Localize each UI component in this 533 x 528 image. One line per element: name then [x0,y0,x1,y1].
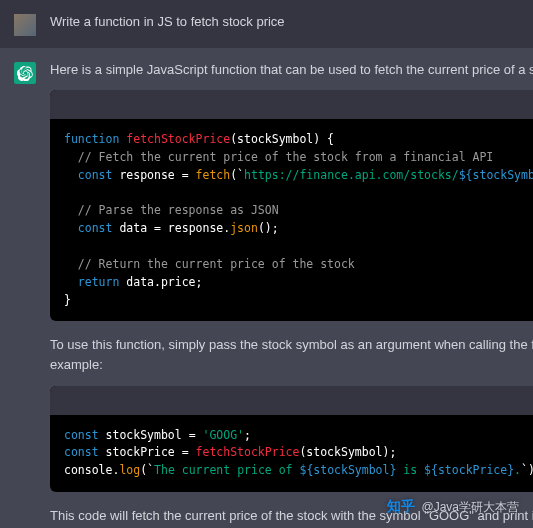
user-message: Write a function in JS to fetch stock pr… [0,0,533,48]
assistant-text-intro: Here is a simple JavaScript function tha… [50,60,533,80]
assistant-message: Here is a simple JavaScript function tha… [0,48,533,528]
code-block-1: Copy code function fetchStockPrice(stock… [50,90,533,321]
assistant-content: Here is a simple JavaScript function tha… [50,60,533,528]
user-text: Write a function in JS to fetch stock pr… [50,12,519,32]
code-block-2: Copy code const stockSymbol = 'GOOG'; co… [50,386,533,492]
copy-code-button[interactable]: Copy code [50,90,533,119]
assistant-text-mid: To use this function, simply pass the st… [50,335,533,375]
user-avatar [14,14,36,36]
assistant-avatar [14,62,36,84]
code-body-2[interactable]: const stockSymbol = 'GOOG'; const stockP… [50,415,533,492]
copy-code-button-2[interactable]: Copy code [50,386,533,415]
watermark-handle: @Java学研大本营 [421,499,519,516]
watermark: 知乎 @Java学研大本营 [387,498,519,516]
zhihu-logo: 知乎 [387,498,415,516]
code-body-1[interactable]: function fetchStockPrice(stockSymbol) { … [50,119,533,321]
